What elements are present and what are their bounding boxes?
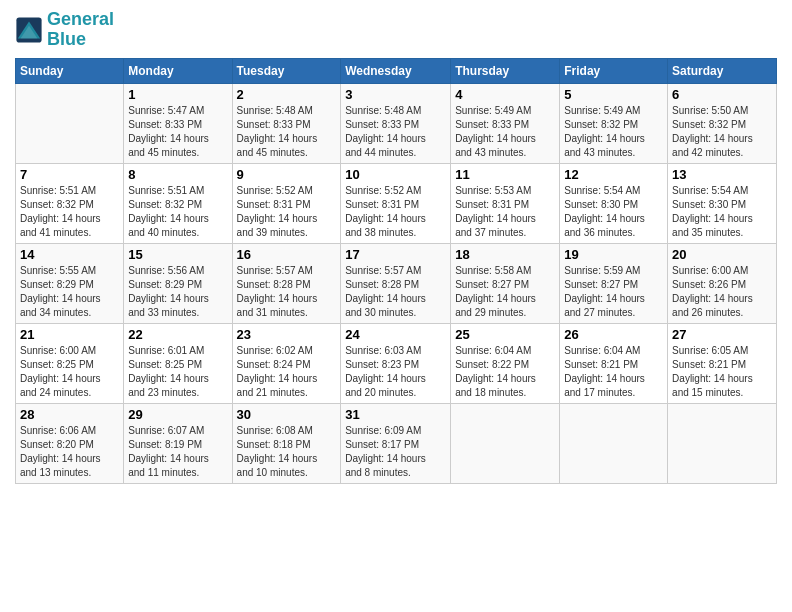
- day-number: 5: [564, 87, 663, 102]
- day-number: 14: [20, 247, 119, 262]
- calendar-cell: [16, 83, 124, 163]
- calendar-cell: 28Sunrise: 6:06 AM Sunset: 8:20 PM Dayli…: [16, 403, 124, 483]
- day-info: Sunrise: 5:49 AM Sunset: 8:32 PM Dayligh…: [564, 104, 663, 160]
- header: General Blue: [15, 10, 777, 50]
- weekday-header-tuesday: Tuesday: [232, 58, 341, 83]
- day-number: 22: [128, 327, 227, 342]
- day-info: Sunrise: 5:49 AM Sunset: 8:33 PM Dayligh…: [455, 104, 555, 160]
- calendar-cell: 22Sunrise: 6:01 AM Sunset: 8:25 PM Dayli…: [124, 323, 232, 403]
- weekday-header-friday: Friday: [560, 58, 668, 83]
- calendar-cell: 15Sunrise: 5:56 AM Sunset: 8:29 PM Dayli…: [124, 243, 232, 323]
- day-info: Sunrise: 6:04 AM Sunset: 8:21 PM Dayligh…: [564, 344, 663, 400]
- day-number: 17: [345, 247, 446, 262]
- logo-text: General Blue: [47, 10, 114, 50]
- calendar-cell: 26Sunrise: 6:04 AM Sunset: 8:21 PM Dayli…: [560, 323, 668, 403]
- calendar-cell: 13Sunrise: 5:54 AM Sunset: 8:30 PM Dayli…: [668, 163, 777, 243]
- day-number: 29: [128, 407, 227, 422]
- calendar-cell: 29Sunrise: 6:07 AM Sunset: 8:19 PM Dayli…: [124, 403, 232, 483]
- day-info: Sunrise: 6:07 AM Sunset: 8:19 PM Dayligh…: [128, 424, 227, 480]
- week-row-1: 1Sunrise: 5:47 AM Sunset: 8:33 PM Daylig…: [16, 83, 777, 163]
- calendar-cell: [668, 403, 777, 483]
- day-info: Sunrise: 5:50 AM Sunset: 8:32 PM Dayligh…: [672, 104, 772, 160]
- day-info: Sunrise: 6:03 AM Sunset: 8:23 PM Dayligh…: [345, 344, 446, 400]
- calendar-cell: 31Sunrise: 6:09 AM Sunset: 8:17 PM Dayli…: [341, 403, 451, 483]
- calendar-cell: 1Sunrise: 5:47 AM Sunset: 8:33 PM Daylig…: [124, 83, 232, 163]
- day-info: Sunrise: 6:08 AM Sunset: 8:18 PM Dayligh…: [237, 424, 337, 480]
- calendar-cell: 2Sunrise: 5:48 AM Sunset: 8:33 PM Daylig…: [232, 83, 341, 163]
- calendar-cell: 4Sunrise: 5:49 AM Sunset: 8:33 PM Daylig…: [451, 83, 560, 163]
- week-row-2: 7Sunrise: 5:51 AM Sunset: 8:32 PM Daylig…: [16, 163, 777, 243]
- day-number: 9: [237, 167, 337, 182]
- day-number: 4: [455, 87, 555, 102]
- day-number: 13: [672, 167, 772, 182]
- weekday-header-monday: Monday: [124, 58, 232, 83]
- day-info: Sunrise: 5:51 AM Sunset: 8:32 PM Dayligh…: [128, 184, 227, 240]
- day-number: 18: [455, 247, 555, 262]
- day-info: Sunrise: 5:56 AM Sunset: 8:29 PM Dayligh…: [128, 264, 227, 320]
- day-info: Sunrise: 6:04 AM Sunset: 8:22 PM Dayligh…: [455, 344, 555, 400]
- calendar-cell: 10Sunrise: 5:52 AM Sunset: 8:31 PM Dayli…: [341, 163, 451, 243]
- week-row-5: 28Sunrise: 6:06 AM Sunset: 8:20 PM Dayli…: [16, 403, 777, 483]
- day-number: 1: [128, 87, 227, 102]
- calendar-cell: 5Sunrise: 5:49 AM Sunset: 8:32 PM Daylig…: [560, 83, 668, 163]
- calendar-cell: 7Sunrise: 5:51 AM Sunset: 8:32 PM Daylig…: [16, 163, 124, 243]
- day-number: 28: [20, 407, 119, 422]
- day-info: Sunrise: 6:01 AM Sunset: 8:25 PM Dayligh…: [128, 344, 227, 400]
- page-container: General Blue SundayMondayTuesdayWednesda…: [0, 0, 792, 494]
- calendar-cell: [560, 403, 668, 483]
- calendar-cell: 21Sunrise: 6:00 AM Sunset: 8:25 PM Dayli…: [16, 323, 124, 403]
- day-info: Sunrise: 5:54 AM Sunset: 8:30 PM Dayligh…: [672, 184, 772, 240]
- day-info: Sunrise: 5:54 AM Sunset: 8:30 PM Dayligh…: [564, 184, 663, 240]
- day-info: Sunrise: 5:57 AM Sunset: 8:28 PM Dayligh…: [237, 264, 337, 320]
- day-number: 12: [564, 167, 663, 182]
- day-number: 19: [564, 247, 663, 262]
- day-number: 30: [237, 407, 337, 422]
- day-number: 23: [237, 327, 337, 342]
- day-info: Sunrise: 5:51 AM Sunset: 8:32 PM Dayligh…: [20, 184, 119, 240]
- weekday-header-saturday: Saturday: [668, 58, 777, 83]
- calendar-cell: 3Sunrise: 5:48 AM Sunset: 8:33 PM Daylig…: [341, 83, 451, 163]
- calendar-cell: 6Sunrise: 5:50 AM Sunset: 8:32 PM Daylig…: [668, 83, 777, 163]
- day-info: Sunrise: 6:05 AM Sunset: 8:21 PM Dayligh…: [672, 344, 772, 400]
- day-info: Sunrise: 5:55 AM Sunset: 8:29 PM Dayligh…: [20, 264, 119, 320]
- calendar-cell: 24Sunrise: 6:03 AM Sunset: 8:23 PM Dayli…: [341, 323, 451, 403]
- calendar-cell: 9Sunrise: 5:52 AM Sunset: 8:31 PM Daylig…: [232, 163, 341, 243]
- calendar-cell: 8Sunrise: 5:51 AM Sunset: 8:32 PM Daylig…: [124, 163, 232, 243]
- day-number: 6: [672, 87, 772, 102]
- day-number: 3: [345, 87, 446, 102]
- day-number: 24: [345, 327, 446, 342]
- calendar-cell: 20Sunrise: 6:00 AM Sunset: 8:26 PM Dayli…: [668, 243, 777, 323]
- weekday-header-sunday: Sunday: [16, 58, 124, 83]
- week-row-3: 14Sunrise: 5:55 AM Sunset: 8:29 PM Dayli…: [16, 243, 777, 323]
- day-number: 31: [345, 407, 446, 422]
- calendar-cell: 30Sunrise: 6:08 AM Sunset: 8:18 PM Dayli…: [232, 403, 341, 483]
- calendar-cell: 27Sunrise: 6:05 AM Sunset: 8:21 PM Dayli…: [668, 323, 777, 403]
- day-info: Sunrise: 5:48 AM Sunset: 8:33 PM Dayligh…: [345, 104, 446, 160]
- calendar-cell: 14Sunrise: 5:55 AM Sunset: 8:29 PM Dayli…: [16, 243, 124, 323]
- week-row-4: 21Sunrise: 6:00 AM Sunset: 8:25 PM Dayli…: [16, 323, 777, 403]
- calendar-cell: [451, 403, 560, 483]
- day-number: 10: [345, 167, 446, 182]
- day-info: Sunrise: 5:47 AM Sunset: 8:33 PM Dayligh…: [128, 104, 227, 160]
- day-number: 27: [672, 327, 772, 342]
- day-number: 2: [237, 87, 337, 102]
- logo-icon: [15, 16, 43, 44]
- day-number: 15: [128, 247, 227, 262]
- day-number: 20: [672, 247, 772, 262]
- day-info: Sunrise: 5:59 AM Sunset: 8:27 PM Dayligh…: [564, 264, 663, 320]
- day-number: 8: [128, 167, 227, 182]
- day-number: 16: [237, 247, 337, 262]
- weekday-header-thursday: Thursday: [451, 58, 560, 83]
- calendar-cell: 18Sunrise: 5:58 AM Sunset: 8:27 PM Dayli…: [451, 243, 560, 323]
- day-number: 11: [455, 167, 555, 182]
- day-info: Sunrise: 5:52 AM Sunset: 8:31 PM Dayligh…: [345, 184, 446, 240]
- day-number: 25: [455, 327, 555, 342]
- day-number: 26: [564, 327, 663, 342]
- day-info: Sunrise: 5:52 AM Sunset: 8:31 PM Dayligh…: [237, 184, 337, 240]
- calendar-cell: 16Sunrise: 5:57 AM Sunset: 8:28 PM Dayli…: [232, 243, 341, 323]
- calendar-cell: 19Sunrise: 5:59 AM Sunset: 8:27 PM Dayli…: [560, 243, 668, 323]
- calendar-cell: 25Sunrise: 6:04 AM Sunset: 8:22 PM Dayli…: [451, 323, 560, 403]
- calendar-cell: 17Sunrise: 5:57 AM Sunset: 8:28 PM Dayli…: [341, 243, 451, 323]
- day-info: Sunrise: 5:58 AM Sunset: 8:27 PM Dayligh…: [455, 264, 555, 320]
- weekday-header-wednesday: Wednesday: [341, 58, 451, 83]
